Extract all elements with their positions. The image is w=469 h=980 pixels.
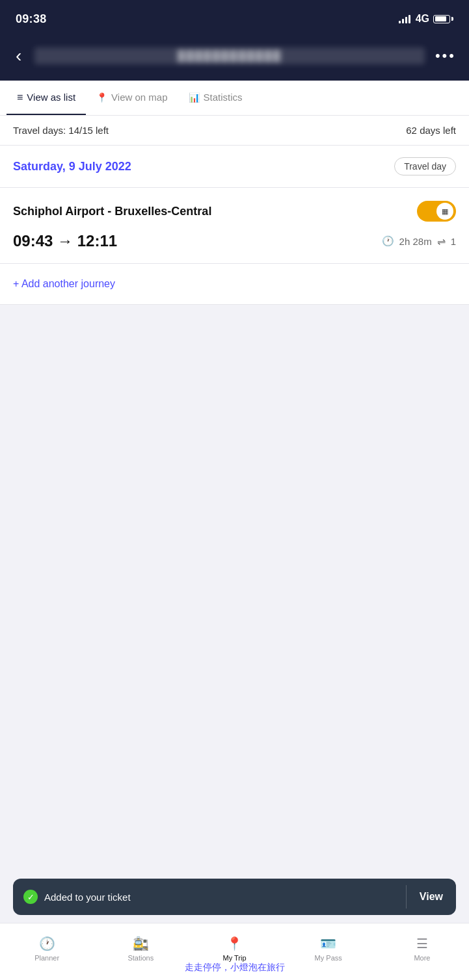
tab-planner[interactable]: 🕐 Planner [0, 923, 94, 967]
tab-my-trip[interactable]: 📍 My Trip [187, 923, 281, 967]
more-button[interactable]: ••• [435, 47, 456, 64]
empty-area [0, 305, 469, 630]
journey-duration: 2h 28m [399, 236, 432, 247]
tab-my-pass[interactable]: 🪪 My Pass [282, 923, 375, 967]
tab-stations[interactable]: 🚉 Stations [94, 923, 187, 967]
network-label: 4G [416, 13, 429, 25]
add-journey-button[interactable]: + Add another journey [0, 264, 469, 305]
date-label: Saturday, 9 July 2022 [13, 160, 131, 174]
journey-details: 🕐 2h 28m ⇌ 1 [382, 235, 456, 248]
tab-view-stats[interactable]: 📊 Statistics [178, 81, 253, 115]
arrive-time: 12:11 [77, 232, 117, 250]
qr-icon: ▦ [442, 207, 448, 216]
my-pass-icon: 🪪 [320, 936, 336, 951]
view-tabs: ≡ View as list 📍 View on map 📊 Statistic… [0, 81, 469, 116]
transfer-icon: ⇌ [437, 235, 446, 248]
list-icon: ≡ [17, 92, 23, 103]
tab-stations-label: Stations [127, 954, 154, 962]
days-remaining-label: 62 days left [406, 125, 456, 136]
journey-transfers: 1 [451, 236, 456, 247]
travel-days-label: Travel days: 14/15 left [13, 125, 109, 136]
status-icons: 4G [399, 13, 453, 25]
tab-more-label: More [414, 954, 430, 962]
tab-my-pass-label: My Pass [315, 954, 342, 962]
stations-icon: 🚉 [133, 936, 149, 951]
battery-icon [433, 15, 453, 23]
travel-info-bar: Travel days: 14/15 left 62 days left [0, 116, 469, 146]
tab-view-map[interactable]: 📍 View on map [86, 81, 178, 115]
depart-time: 09:43 [13, 232, 53, 250]
journey-times: 09:43 → 12:11 [13, 232, 117, 250]
toast-text: Added to your ticket [44, 892, 131, 903]
back-button[interactable]: ‹ [13, 43, 24, 69]
tab-more[interactable]: ☰ More [375, 923, 469, 967]
toast-bar: ✓ Added to your ticket View [13, 879, 456, 915]
travel-day-badge: Travel day [394, 157, 456, 175]
tab-view-list[interactable]: ≡ View as list [7, 81, 86, 115]
time-arrow: → [57, 232, 77, 250]
add-journey-label: + Add another journey [13, 278, 115, 289]
main-content: 09:38 4G ‹ ████████████ ••• ≡ Vie [0, 0, 469, 980]
journey-header: Schiphol Airport - Bruxelles-Central ▦ [13, 201, 456, 222]
status-time: 09:38 [16, 12, 47, 26]
bar-chart-icon: 📊 [189, 92, 200, 103]
toast-view-button[interactable]: View [407, 891, 456, 903]
tab-map-label: View on map [111, 92, 167, 103]
map-pin-icon: 📍 [96, 92, 107, 103]
planner-icon: 🕐 [39, 936, 55, 951]
my-trip-icon: 📍 [226, 936, 243, 951]
tab-stats-label: Statistics [204, 92, 243, 103]
bottom-tab-bar: 🕐 Planner 🚉 Stations 📍 My Trip 🪪 My Pass… [0, 923, 469, 980]
journey-card: Schiphol Airport - Bruxelles-Central ▦ 0… [0, 188, 469, 264]
nav-bar: ‹ ████████████ ••• [0, 35, 469, 81]
journey-toggle[interactable]: ▦ [417, 201, 456, 222]
tab-list-label: View as list [27, 92, 75, 103]
more-icon: ☰ [416, 936, 428, 951]
nav-title: ████████████ [34, 47, 425, 64]
date-row: Saturday, 9 July 2022 Travel day [0, 146, 469, 188]
clock-icon: 🕐 [382, 235, 394, 247]
journey-route: Schiphol Airport - Bruxelles-Central [13, 205, 417, 218]
tab-my-trip-label: My Trip [222, 954, 246, 962]
tab-planner-label: Planner [34, 954, 59, 962]
status-bar: 09:38 4G [0, 0, 469, 35]
toast-check-icon: ✓ [23, 890, 38, 904]
journey-time-row: 09:43 → 12:11 🕐 2h 28m ⇌ 1 [13, 232, 456, 250]
signal-icon [399, 14, 410, 23]
toast-message: ✓ Added to your ticket [13, 890, 406, 904]
